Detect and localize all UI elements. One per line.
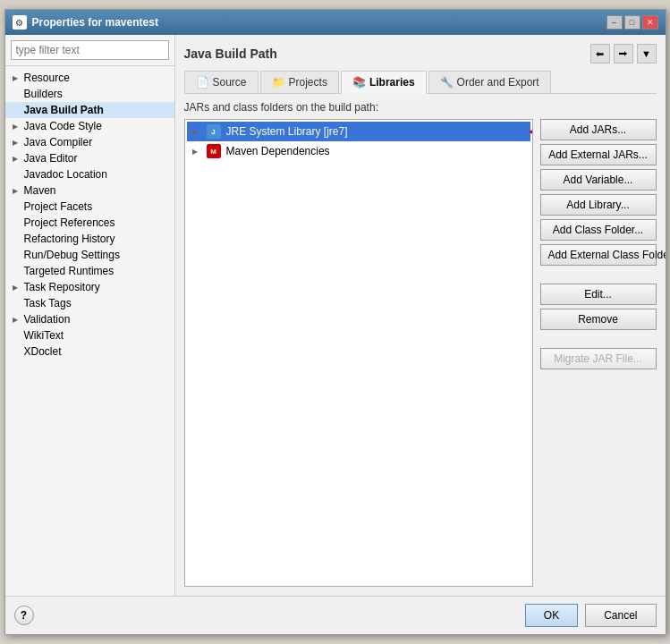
arrow-icon: ▶ xyxy=(13,74,21,82)
tab-libraries[interactable]: 📚 Libraries xyxy=(341,71,427,94)
add-library-button[interactable]: Add Library... xyxy=(540,194,657,216)
sidebar-item-task-tags[interactable]: Task Tags xyxy=(5,295,174,311)
tab-libraries-label: Libraries xyxy=(369,76,415,89)
sidebar-item-project-facets[interactable]: Project Facets xyxy=(5,199,174,215)
libraries-tab-icon: 📚 xyxy=(352,76,366,89)
jre-library-icon: J xyxy=(207,124,221,139)
sidebar-label-xdoclet: XDoclet xyxy=(24,345,62,358)
close-button[interactable]: ✕ xyxy=(642,15,658,30)
edit-button[interactable]: Edit... xyxy=(540,284,657,305)
tab-order-export[interactable]: 🔧 Order and Export xyxy=(428,71,551,93)
footer-left: ? xyxy=(14,606,34,625)
sidebar-label-maven: Maven xyxy=(24,184,56,197)
source-tab-icon: 📄 xyxy=(196,76,209,89)
add-external-jars-button[interactable]: Add External JARs... xyxy=(540,144,657,165)
sidebar-item-maven[interactable]: ▶ Maven xyxy=(5,182,174,199)
dialog-content: ▶ Resource Builders Java Build Path ▶ Ja… xyxy=(5,35,666,596)
jre-arrow-icon: ▶ xyxy=(192,128,201,136)
add-external-class-folder-button[interactable]: Add External Class Folder... xyxy=(540,244,657,266)
sidebar-label-run-debug-settings: Run/Debug Settings xyxy=(24,249,120,261)
dialog-footer: ? OK Cancel xyxy=(5,596,666,634)
maven-arrow-icon: ▶ xyxy=(192,148,201,156)
sidebar-label-task-repository: Task Repository xyxy=(24,281,100,293)
filter-input[interactable] xyxy=(11,40,169,60)
sidebar: ▶ Resource Builders Java Build Path ▶ Ja… xyxy=(5,35,175,596)
arrow-head xyxy=(529,125,533,138)
maximize-button[interactable]: □ xyxy=(624,15,640,30)
button-spacer xyxy=(540,269,657,280)
order-export-tab-icon: 🔧 xyxy=(440,76,454,89)
sidebar-item-wikitext[interactable]: WikiText xyxy=(5,327,174,343)
sidebar-item-java-code-style[interactable]: ▶ Java Code Style xyxy=(5,118,174,134)
sidebar-item-refactoring-history[interactable]: Refactoring History xyxy=(5,231,174,247)
forward-button[interactable]: ⮕ xyxy=(614,44,633,64)
sidebar-label-refactoring-history: Refactoring History xyxy=(24,233,115,245)
sidebar-label-task-tags: Task Tags xyxy=(24,297,72,309)
tab-projects[interactable]: 📁 Projects xyxy=(260,71,339,93)
add-variable-button[interactable]: Add Variable... xyxy=(540,169,657,191)
sidebar-label-targeted-runtimes: Targeted Runtimes xyxy=(24,265,114,277)
arrow-icon: ▶ xyxy=(13,123,21,131)
help-button[interactable]: ? xyxy=(14,606,34,625)
sidebar-label-javadoc-location: Javadoc Location xyxy=(24,168,107,181)
sidebar-label-wikitext: WikiText xyxy=(24,329,64,342)
sidebar-item-builders[interactable]: Builders xyxy=(5,86,174,102)
back-button[interactable]: ⬅ xyxy=(590,44,610,64)
tab-projects-label: Projects xyxy=(289,76,327,89)
main-title: Java Build Path xyxy=(184,47,277,61)
cancel-button[interactable]: Cancel xyxy=(585,604,656,627)
maven-library-icon: M xyxy=(207,144,221,158)
title-bar: ⚙ Properties for maventest – □ ✕ xyxy=(5,10,666,35)
projects-tab-icon: 📁 xyxy=(272,76,285,89)
dropdown-button[interactable]: ▼ xyxy=(637,44,657,64)
arrow-icon: ▶ xyxy=(13,187,21,195)
lib-item-maven[interactable]: ▶ M Maven Dependencies xyxy=(187,141,530,161)
sidebar-label-resource: Resource xyxy=(24,72,70,84)
sidebar-label-project-references: Project References xyxy=(24,216,115,229)
dialog-title: Properties for maventest xyxy=(32,16,158,29)
migrate-jar-button[interactable]: Migrate JAR File... xyxy=(540,348,657,369)
lib-item-jre[interactable]: ▶ J JRE System Library [jre7] xyxy=(187,122,530,141)
title-buttons: – □ ✕ xyxy=(606,15,658,30)
sidebar-item-validation[interactable]: ▶ Validation xyxy=(5,311,174,327)
build-content: JARs and class folders on the build path… xyxy=(184,101,657,587)
sidebar-label-project-facets: Project Facets xyxy=(24,200,93,213)
button-spacer-2 xyxy=(540,334,657,344)
sidebar-item-run-debug-settings[interactable]: Run/Debug Settings xyxy=(5,247,174,263)
sidebar-label-java-compiler: Java Compiler xyxy=(24,136,93,148)
build-path-label: JARs and class folders on the build path… xyxy=(184,101,657,114)
sidebar-item-targeted-runtimes[interactable]: Targeted Runtimes xyxy=(5,263,174,279)
sidebar-item-javadoc-location[interactable]: Javadoc Location xyxy=(5,166,174,182)
sidebar-item-java-compiler[interactable]: ▶ Java Compiler xyxy=(5,134,174,150)
arrow-icon: ▶ xyxy=(13,139,21,147)
tab-order-export-label: Order and Export xyxy=(457,76,539,89)
sidebar-label-builders: Builders xyxy=(24,88,63,100)
sidebar-label-validation: Validation xyxy=(24,313,71,326)
sidebar-item-project-references[interactable]: Project References xyxy=(5,215,174,231)
arrow-icon: ▶ xyxy=(13,316,21,324)
footer-right: OK Cancel xyxy=(525,604,657,627)
properties-dialog: ⚙ Properties for maventest – □ ✕ ▶ Resou… xyxy=(4,9,666,635)
header-icons: ⬅ ⮕ ▼ xyxy=(590,44,657,64)
jre-library-label: JRE System Library [jre7] xyxy=(226,125,348,138)
add-jars-button[interactable]: Add JARs... xyxy=(540,119,657,140)
sidebar-item-xdoclet[interactable]: XDoclet xyxy=(5,343,174,360)
sidebar-label-java-build-path: Java Build Path xyxy=(24,104,104,116)
sidebar-item-resource[interactable]: ▶ Resource xyxy=(5,70,174,86)
sidebar-tree: ▶ Resource Builders Java Build Path ▶ Ja… xyxy=(5,66,174,596)
add-class-folder-button[interactable]: Add Class Folder... xyxy=(540,219,657,241)
sidebar-item-java-editor[interactable]: ▶ Java Editor xyxy=(5,150,174,166)
sidebar-item-task-repository[interactable]: ▶ Task Repository xyxy=(5,279,174,295)
sidebar-label-java-code-style: Java Code Style xyxy=(24,120,102,132)
main-panel: Java Build Path ⬅ ⮕ ▼ 📄 Source 📁 Project… xyxy=(175,35,666,596)
sidebar-item-java-build-path[interactable]: Java Build Path xyxy=(5,102,174,118)
minimize-button[interactable]: – xyxy=(606,15,623,30)
action-buttons: Add JARs... Add External JARs... Add Var… xyxy=(540,119,657,587)
ok-button[interactable]: OK xyxy=(525,604,578,627)
filter-box xyxy=(5,35,174,66)
tab-source[interactable]: 📄 Source xyxy=(184,71,259,93)
remove-button[interactable]: Remove xyxy=(540,309,657,330)
title-bar-left: ⚙ Properties for maventest xyxy=(13,15,158,30)
arrow-icon: ▶ xyxy=(13,284,21,292)
maven-library-label: Maven Dependencies xyxy=(226,145,330,157)
